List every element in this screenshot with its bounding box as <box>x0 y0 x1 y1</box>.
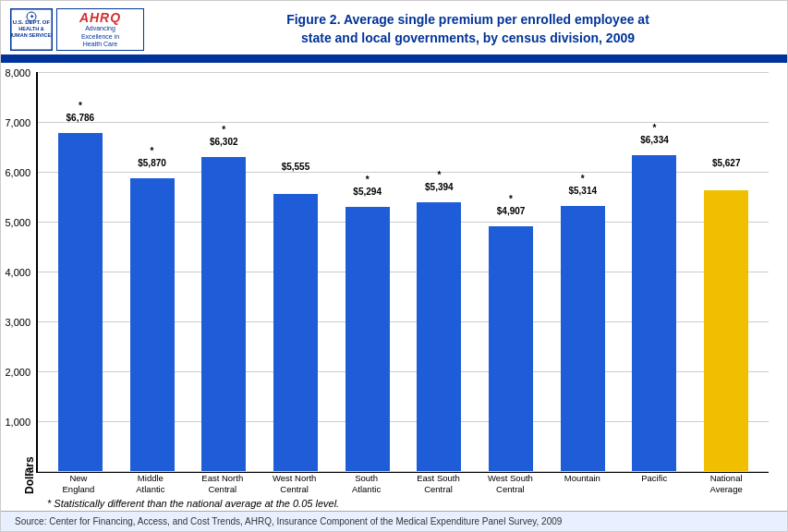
x-labels: NewEnglandMiddleAtlanticEast NorthCentra… <box>36 473 769 494</box>
y-tick-label: 8,000 <box>5 67 34 79</box>
footnote: * Statistically different than the natio… <box>47 494 769 511</box>
bar-group: *$5,394 <box>406 72 473 471</box>
ahrq-logo: AHRQ Advancing Excellence in Health Care <box>56 8 144 51</box>
bar-rect: *$5,394 <box>417 202 461 471</box>
bars-wrapper: *$6,786*$5,870*$6,302$5,555*$5,294*$5,39… <box>38 72 769 471</box>
chart-area: Dollars 8,0007,0006,0005,0004,0003,0002,… <box>19 72 769 494</box>
bar-group: $5,627 <box>693 72 759 471</box>
header: U.S. DEPT. OF HEALTH & HUMAN SERVICES ✦ … <box>1 1 787 57</box>
svg-text:HEALTH &: HEALTH & <box>18 26 43 31</box>
source-bar: Source: Center for Financing, Access, an… <box>1 511 787 531</box>
x-axis-label: Pacific <box>621 473 687 494</box>
logo-area: U.S. DEPT. OF HEALTH & HUMAN SERVICES ✦ … <box>10 8 158 51</box>
bar-value-label: *$4,907 <box>497 193 526 217</box>
source-text: Source: Center for Financing, Access, an… <box>15 516 562 526</box>
y-tick-label: 0 <box>25 466 34 478</box>
y-tick-label: 2,000 <box>5 367 34 378</box>
bar-value-label: *$6,786 <box>67 100 95 124</box>
x-axis-label: NewEngland <box>45 473 112 494</box>
bar-value-label: *$5,314 <box>568 173 597 197</box>
bar-rect: *$5,294 <box>346 207 390 471</box>
x-axis-label: NationalAverage <box>693 473 759 494</box>
bar-group: *$6,786 <box>47 72 114 471</box>
bar-group: *$6,334 <box>622 72 688 471</box>
chart-inner: 8,0007,0006,0005,0004,0003,0002,0001,000… <box>36 72 769 494</box>
x-axis-label: East SouthCentral <box>406 473 472 494</box>
y-tick-label: 3,000 <box>5 317 34 328</box>
y-tick-label: 1,000 <box>5 417 34 428</box>
hhs-logo: U.S. DEPT. OF HEALTH & HUMAN SERVICES ✦ <box>10 8 53 51</box>
svg-text:HUMAN SERVICES: HUMAN SERVICES <box>11 32 52 38</box>
bar-value-label: *$5,870 <box>138 145 166 169</box>
bar-group: $5,555 <box>262 72 329 471</box>
bar-group: *$5,294 <box>334 72 401 471</box>
bar-rect: *$6,786 <box>58 133 103 472</box>
bar-value-label: *$5,294 <box>353 174 382 198</box>
x-axis-label: West SouthCentral <box>477 473 543 494</box>
x-axis-label: MiddleAtlantic <box>117 473 184 494</box>
chart-container: Dollars 8,0007,0006,0005,0004,0003,0002,… <box>1 63 787 511</box>
x-axis-label: SouthAtlantic <box>333 473 400 494</box>
bar-group: *$5,314 <box>550 72 616 471</box>
bar-rect: *$6,302 <box>201 157 246 471</box>
y-tick-label: 4,000 <box>5 267 34 278</box>
bar-value-label: $5,555 <box>282 161 310 173</box>
x-axis-label: East NorthCentral <box>189 473 256 494</box>
y-tick-label: 7,000 <box>5 117 34 128</box>
bar-group: *$5,870 <box>119 72 186 471</box>
bar-rect: $5,627 <box>704 190 748 471</box>
ahrq-sub: Advancing Excellence in Health Care <box>81 25 119 48</box>
bar-rect: *$6,334 <box>632 155 676 471</box>
svg-text:✦: ✦ <box>30 14 34 19</box>
page-container: U.S. DEPT. OF HEALTH & HUMAN SERVICES ✦ … <box>0 0 788 532</box>
bar-group: *$6,302 <box>190 72 257 471</box>
bar-rect: *$4,907 <box>489 226 533 471</box>
bar-value-label: *$5,394 <box>425 169 454 193</box>
chart-title: Figure 2. Average single premium per enr… <box>158 11 778 47</box>
bar-rect: *$5,870 <box>130 178 175 471</box>
plot-area: 8,0007,0006,0005,0004,0003,0002,0001,000… <box>36 72 769 473</box>
grid-line: 0 <box>38 471 769 472</box>
x-axis-label: Mountain <box>549 473 615 494</box>
y-axis-label: Dollars <box>19 72 36 494</box>
bar-value-label: *$6,302 <box>210 124 238 148</box>
y-tick-label: 6,000 <box>5 167 34 178</box>
svg-text:U.S. DEPT. OF: U.S. DEPT. OF <box>13 19 51 25</box>
y-tick-label: 5,000 <box>5 217 34 228</box>
bar-value-label: $5,627 <box>712 157 741 169</box>
x-axis-label: West NorthCentral <box>261 473 328 494</box>
grid-and-bars: 8,0007,0006,0005,0004,0003,0002,0001,000… <box>36 72 769 473</box>
ahrq-name: AHRQ <box>79 10 121 25</box>
bar-value-label: *$6,334 <box>640 122 669 146</box>
bar-group: *$4,907 <box>478 72 544 471</box>
bar-rect: $5,555 <box>273 194 318 471</box>
bar-rect: *$5,314 <box>561 206 605 471</box>
